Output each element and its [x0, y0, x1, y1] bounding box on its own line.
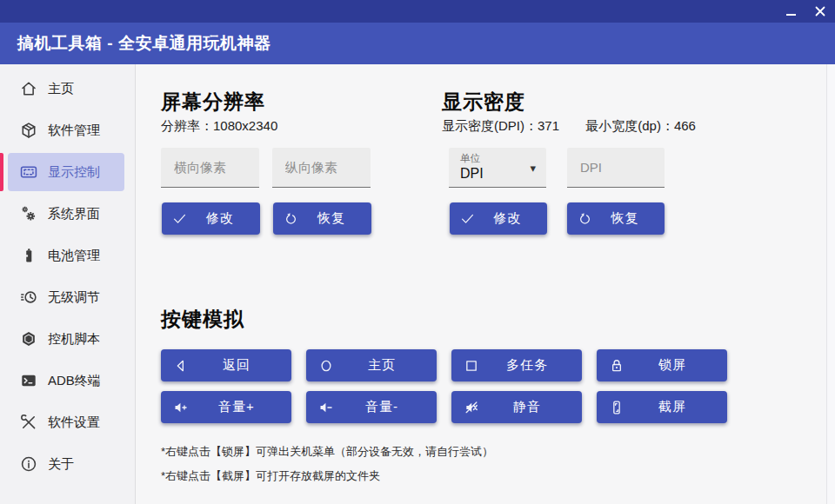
sidebar-item-label: 软件管理	[48, 123, 100, 139]
density-stats-text: 显示密度(DPI)：371 最小宽度(dp)：466	[442, 118, 696, 135]
info-icon	[19, 454, 38, 474]
density-apply-button[interactable]: 修改	[450, 202, 547, 235]
keysim-section-title: 按键模拟	[161, 306, 244, 333]
width-pixels-input[interactable]	[161, 148, 259, 188]
minimize-icon	[786, 14, 796, 16]
sidebar-item-stepless-adjust[interactable]: 无级调节	[8, 278, 124, 316]
volume-up-icon	[172, 399, 190, 416]
volume-up-button[interactable]: 音量+	[161, 391, 291, 423]
package-icon	[19, 121, 38, 140]
density-section-title: 显示密度	[442, 89, 525, 116]
resolution-section-title: 屏幕分辨率	[161, 89, 265, 116]
titlebar	[0, 0, 835, 23]
vertical-scrollbar[interactable]	[826, 64, 835, 504]
sidebar-item-label: 关于	[48, 456, 74, 473]
sidebar-item-battery[interactable]: 电池管理	[8, 236, 124, 275]
lock-screen-button[interactable]: 锁屏	[597, 349, 727, 381]
caret-down-icon: ▾	[530, 162, 536, 175]
sidebar-item-label: 软件设置	[48, 414, 100, 431]
check-icon	[459, 210, 476, 227]
dpi-input[interactable]	[567, 148, 665, 188]
current-resolution-text: 分辨率：1080x2340	[161, 118, 277, 135]
screenshot-button[interactable]: 截屏	[597, 391, 727, 423]
check-icon	[171, 210, 188, 227]
sidebar-item-adb-terminal[interactable]: ADB终端	[8, 361, 124, 400]
sidebar: 主页 软件管理 显示控制	[0, 64, 136, 504]
home-icon	[19, 79, 38, 98]
sidebar-item-system-ui[interactable]: 系统界面	[8, 195, 124, 233]
gears-icon	[19, 204, 38, 223]
active-item-accent-bar	[0, 153, 3, 191]
recents-square-icon	[463, 357, 480, 375]
sidebar-item-script[interactable]: 控机脚本	[8, 320, 124, 358]
back-key-button[interactable]: 返回	[161, 349, 291, 381]
app-title: 搞机工具箱 - 全安卓通用玩机神器	[17, 23, 271, 64]
display-control-icon	[19, 162, 38, 182]
stepless-adjust-icon	[19, 288, 38, 307]
sidebar-item-app-manager[interactable]: 软件管理	[8, 111, 124, 149]
mute-icon	[463, 399, 480, 416]
home-circle-icon	[317, 357, 335, 375]
recents-key-button[interactable]: 多任务	[451, 349, 582, 381]
main-content: 屏幕分辨率 分辨率：1080x2340 修改 恢复 显示密度 显	[137, 64, 835, 504]
lock-screen-note: *右键点击【锁屏】可弹出关机菜单（部分设备无效，请自行尝试）	[161, 444, 493, 460]
sidebar-item-label: 系统界面	[48, 206, 100, 222]
screenshot-note: *右键点击【截屏】可打开存放截屏的文件夹	[161, 468, 380, 484]
battery-icon	[19, 246, 38, 265]
script-hexagon-icon	[19, 329, 38, 348]
unit-select[interactable]: 单位 DPI ▾	[449, 148, 546, 188]
lock-icon	[608, 357, 625, 375]
terminal-icon	[19, 371, 38, 390]
sidebar-item-about[interactable]: 关于	[8, 445, 124, 483]
height-pixels-input[interactable]	[272, 148, 371, 188]
sidebar-item-label: 控机脚本	[48, 331, 100, 348]
density-min-width-value: 最小宽度(dp)：466	[585, 118, 696, 133]
screenshot-icon	[608, 399, 625, 416]
sidebar-item-app-settings[interactable]: 软件设置	[8, 403, 124, 441]
resolution-restore-button[interactable]: 恢复	[273, 202, 371, 235]
sidebar-item-label: 主页	[48, 81, 74, 97]
unit-select-value: DPI	[460, 166, 484, 182]
sidebar-item-label: ADB终端	[48, 373, 101, 389]
sidebar-item-home[interactable]: 主页	[8, 70, 124, 108]
close-button[interactable]	[805, 0, 835, 23]
minimize-button[interactable]	[776, 0, 805, 23]
density-dpi-value: 显示密度(DPI)：371	[442, 118, 559, 133]
resolution-apply-button[interactable]: 修改	[162, 202, 260, 235]
app-window: 搞机工具箱 - 全安卓通用玩机神器 主页 软件管理	[0, 0, 835, 504]
sidebar-item-label: 无级调节	[48, 289, 100, 306]
unit-select-label: 单位	[460, 152, 480, 165]
volume-down-button[interactable]: 音量-	[306, 391, 437, 423]
density-restore-button[interactable]: 恢复	[567, 202, 665, 235]
home-key-button[interactable]: 主页	[306, 349, 437, 381]
restore-icon	[577, 210, 593, 227]
restore-icon	[283, 210, 299, 227]
sidebar-item-label: 电池管理	[48, 248, 100, 264]
mute-button[interactable]: 静音	[451, 391, 582, 423]
back-triangle-icon	[172, 357, 190, 375]
app-header: 搞机工具箱 - 全安卓通用玩机神器	[0, 23, 835, 64]
close-icon	[815, 6, 825, 17]
volume-down-icon	[317, 399, 335, 416]
sidebar-item-label: 显示控制	[48, 164, 100, 181]
tools-icon	[19, 413, 38, 432]
sidebar-item-display-control[interactable]: 显示控制	[8, 153, 124, 191]
